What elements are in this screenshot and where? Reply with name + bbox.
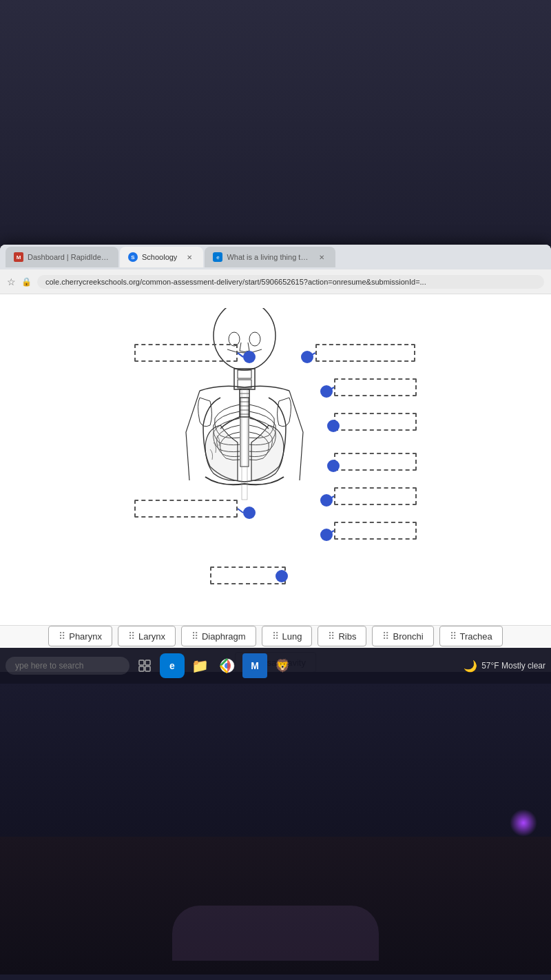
anatomy-wrapper [131, 308, 420, 611]
tab-schoology[interactable]: S Schoology ✕ [120, 247, 203, 267]
svg-point-2 [249, 332, 260, 346]
metro-icon[interactable]: M [242, 653, 267, 678]
token-ribs-label: Ribs [338, 631, 356, 642]
token-pharynx-label: Pharynx [69, 631, 102, 642]
label-box-right-3 [334, 413, 417, 431]
token-lung-drag-handle: ⠿ [272, 631, 278, 642]
dot-7 [243, 507, 256, 519]
tab-rapid-identity-label: Dashboard | RapidIdentity [28, 253, 110, 261]
token-ribs-drag-handle: ⠿ [328, 631, 334, 642]
token-bronchi[interactable]: ⠿ Bronchi [372, 626, 433, 646]
dot-8 [320, 529, 333, 541]
file-explorer-icon[interactable]: 📁 [187, 653, 212, 678]
svg-rect-27 [145, 660, 150, 665]
desk-object [172, 906, 379, 961]
svg-rect-4 [238, 370, 251, 378]
address-bar: ☆ 🔒 [0, 269, 551, 294]
token-trachea-label: Trachea [460, 631, 492, 642]
edge-taskbar-icon[interactable]: e [160, 653, 185, 678]
dot-2 [301, 351, 313, 363]
token-trachea[interactable]: ⠿ Trachea [439, 626, 503, 646]
svg-rect-28 [139, 666, 144, 671]
taskbar-search-input[interactable] [6, 657, 129, 675]
label-box-right-2 [334, 378, 417, 396]
tab-edge-close[interactable]: ✕ [316, 252, 327, 263]
tab-rapid-identity[interactable]: M Dashboard | RapidIdentity [6, 247, 118, 267]
tab-edge[interactable]: e What is a living thing that cannot ...… [205, 247, 335, 267]
lock-icon: 🔒 [21, 277, 32, 287]
bookmark-icon[interactable]: ☆ [7, 276, 16, 287]
tab-schoology-close[interactable]: ✕ [184, 252, 195, 263]
browser-window: M Dashboard | RapidIdentity S Schoology … [0, 245, 551, 672]
tab-edge-label: What is a living thing that cannot ... [227, 253, 309, 261]
brave-icon[interactable]: 🦁 [270, 653, 295, 678]
token-diaphragm-drag-handle: ⠿ [191, 631, 198, 642]
tab-schoology-label: Schoology [142, 253, 177, 261]
token-bronchi-drag-handle: ⠿ [382, 631, 388, 642]
bottom-area [0, 684, 551, 974]
token-lung[interactable]: ⠿ Lung [262, 626, 313, 646]
dot-4 [327, 420, 340, 432]
svg-rect-29 [145, 666, 150, 671]
token-diaphragm-label: Diaphragm [202, 631, 246, 642]
desk-surface [0, 837, 551, 974]
dot-6 [320, 494, 333, 507]
chrome-icon[interactable] [215, 653, 240, 678]
token-diaphragm[interactable]: ⠿ Diaphragm [181, 626, 256, 646]
token-larynx-label: Larynx [138, 631, 165, 642]
url-input[interactable] [37, 275, 544, 289]
weather-display: 🌙 57°F Mostly clear [464, 660, 545, 673]
token-pharynx-drag-handle: ⠿ [59, 631, 65, 642]
token-trachea-drag-handle: ⠿ [450, 631, 456, 642]
diagram-container [0, 294, 551, 625]
rapid-identity-favicon: M [14, 252, 23, 262]
weather-text: 57°F Mostly clear [481, 661, 545, 671]
token-larynx-drag-handle: ⠿ [128, 631, 134, 642]
token-lung-label: Lung [282, 631, 302, 642]
label-box-right-1 [315, 344, 415, 362]
label-box-left-7 [134, 500, 238, 518]
token-bronchi-label: Bronchi [393, 631, 423, 642]
tab-bar: M Dashboard | RapidIdentity S Schoology … [0, 245, 551, 269]
dot-1 [243, 351, 256, 363]
label-box-right-6 [334, 522, 417, 540]
schoology-favicon: S [128, 252, 138, 262]
taskview-icon[interactable] [132, 653, 157, 678]
token-ribs[interactable]: ⠿ Ribs [318, 626, 366, 646]
label-box-left-1 [134, 344, 238, 362]
purple-glow [510, 809, 537, 837]
content-area: ⠿ Pharynx ⠿ Larynx ⠿ Diaphragm ⠿ Lung ⠿ … [0, 294, 551, 672]
dot-9 [276, 570, 288, 582]
label-box-bottom [210, 566, 286, 584]
dot-3 [320, 385, 333, 398]
label-box-right-4 [334, 453, 417, 471]
dot-5 [327, 460, 340, 472]
svg-rect-26 [139, 660, 144, 665]
token-larynx[interactable]: ⠿ Larynx [118, 626, 176, 646]
token-pharynx[interactable]: ⠿ Pharynx [48, 626, 112, 646]
edge-favicon: e [213, 252, 222, 262]
taskbar: e 📁 M 🦁 🌙 57°F Mostly clear [0, 648, 551, 684]
weather-icon: 🌙 [464, 660, 477, 673]
top-background [0, 0, 551, 248]
label-box-right-5 [334, 487, 417, 505]
